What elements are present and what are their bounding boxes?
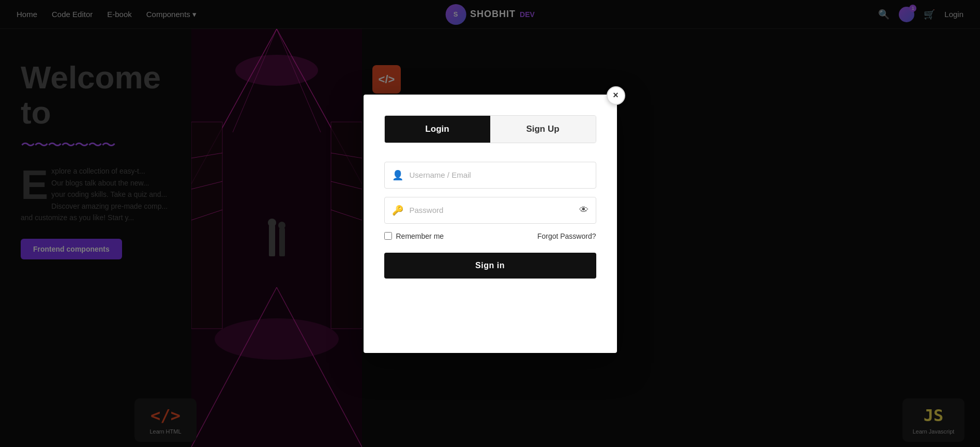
password-input-group: 🔑 👁 <box>384 197 596 224</box>
password-input[interactable] <box>410 206 579 214</box>
signin-button[interactable]: Sign in <box>384 253 596 279</box>
modal-tabs: Login Sign Up <box>384 115 596 143</box>
close-icon: × <box>613 90 619 101</box>
modal-overlay[interactable]: × Login Sign Up 👤 🔑 👁 Remember me Forgot… <box>0 0 980 447</box>
remember-checkbox[interactable] <box>384 232 392 240</box>
tab-signup[interactable]: Sign Up <box>490 116 596 143</box>
remember-left: Remember me <box>384 232 444 240</box>
password-eye-icon[interactable]: 👁 <box>579 205 589 215</box>
tab-login[interactable]: Login <box>385 116 490 143</box>
username-input[interactable] <box>410 171 589 179</box>
login-modal: × Login Sign Up 👤 🔑 👁 Remember me Forgot… <box>364 95 617 353</box>
modal-close-button[interactable]: × <box>607 86 625 105</box>
remember-label: Remember me <box>396 232 444 240</box>
username-input-group: 👤 <box>384 162 596 189</box>
key-input-icon: 🔑 <box>392 205 403 216</box>
user-input-icon: 👤 <box>392 169 403 181</box>
remember-row: Remember me Forgot Password? <box>384 232 596 240</box>
forgot-password-link[interactable]: Forgot Password? <box>537 232 596 240</box>
